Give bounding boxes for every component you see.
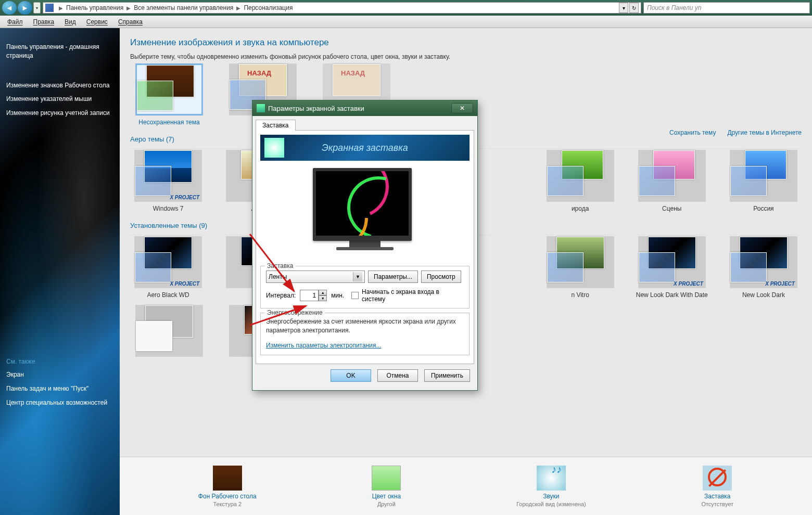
cancel-button[interactable]: Отмена (377, 369, 418, 382)
bottom-bar: Фон Рабочего стола Текстура 2 Цвет окна … (120, 457, 812, 515)
group-label: Заставка (265, 262, 296, 269)
theme-item[interactable]: ирода (542, 150, 618, 212)
screensaver-icon (703, 466, 732, 491)
dialog-title: Параметры экранной заставки (268, 105, 364, 112)
theme-thumb (547, 150, 614, 202)
desktop-bg-icon (213, 466, 242, 491)
theme-item[interactable]: X PROJECT New Look Dark With Date (634, 236, 710, 299)
refresh-button[interactable]: ↻ (629, 3, 639, 13)
address-dropdown[interactable]: ▾ (619, 3, 628, 13)
more-themes-link[interactable]: Другие темы в Интернете (727, 129, 802, 136)
page-title: Изменение изображения и звука на компьют… (130, 37, 802, 48)
chevron-right-icon: ▶ (126, 5, 131, 11)
menubar: Файл Правка Вид Сервис Справка (0, 16, 812, 28)
banner-icon (264, 138, 284, 158)
theme-label: Сцены (634, 205, 710, 212)
params-button[interactable]: Параметры... (368, 271, 418, 283)
theme-thumb: X PROJECT (134, 150, 202, 202)
sidebar: Панель управления - домашняя страница Из… (0, 28, 120, 515)
menu-edit[interactable]: Правка (28, 17, 60, 27)
power-text: Энергосбережение за счет изменения яркос… (266, 317, 464, 335)
spin-up[interactable]: ▲ (319, 290, 327, 295)
close-button[interactable]: ✕ (451, 103, 473, 113)
menu-file[interactable]: Файл (2, 17, 28, 27)
location-icon (45, 4, 54, 12)
theme-item[interactable]: X PROJECT New Look Dark (726, 236, 802, 299)
theme-item-unsaved[interactable]: Несохраненная тема (130, 63, 208, 126)
theme-thumb (135, 305, 203, 357)
sidebar-taskbar[interactable]: Панель задач и меню "Пуск" (6, 384, 113, 393)
screensaver-combo[interactable]: Ленты ▼ (266, 271, 365, 283)
checkbox-label: Начинать с экрана входа в систему (362, 288, 464, 303)
bottom-window-color[interactable]: Цвет окна Другой (372, 466, 401, 507)
bottom-sub: Городской вид (изменена) (516, 501, 586, 507)
breadcrumb-part[interactable]: Персонализация (244, 4, 293, 11)
power-link[interactable]: Изменить параметры электропитания... (266, 342, 381, 349)
bottom-sounds[interactable]: ♪♪ Звуки Городской вид (изменена) (516, 466, 586, 507)
chevron-right-icon: ▶ (236, 5, 240, 11)
address-toolbar: ◄ ► ▾ ▶ Панель управления ▶ Все элементы… (0, 0, 812, 16)
theme-item[interactable] (130, 305, 208, 357)
theme-label: New Look Dark (726, 291, 802, 299)
preview-button[interactable]: Просмотр (421, 271, 461, 283)
monitor-preview (313, 168, 417, 262)
bottom-screensaver[interactable]: Заставка Отсутствует (701, 466, 733, 507)
banner: Экранная заставка (260, 135, 470, 161)
banner-text: Экранная заставка (322, 143, 408, 153)
breadcrumb-bar[interactable]: ▶ Панель управления ▶ Все элементы панел… (43, 2, 641, 14)
interval-input[interactable] (300, 290, 319, 301)
sounds-icon: ♪♪ (537, 466, 566, 491)
sidebar-home[interactable]: Панель управления - домашняя страница (6, 43, 113, 60)
ok-button[interactable]: OK (331, 369, 371, 382)
screensaver-dialog: Параметры экранной заставки ✕ Заставка Э… (252, 100, 478, 391)
theme-item[interactable]: X PROJECT Aero Black WD (130, 236, 206, 299)
interval-label: Интервал: (266, 292, 296, 299)
sidebar-ease-of-access[interactable]: Центр специальных возможностей (6, 398, 113, 407)
theme-label: New Look Dark With Date (634, 291, 710, 299)
apply-button[interactable]: Применить (424, 369, 470, 382)
tab-screensaver: Заставка (256, 120, 296, 131)
sidebar-desktop-icons[interactable]: Изменение значков Рабочего стола (6, 81, 113, 90)
theme-label: Aero Black WD (130, 291, 206, 299)
theme-label: Windows 7 (130, 205, 206, 212)
theme-label: ирода (542, 205, 618, 212)
spin-down[interactable]: ▼ (319, 295, 327, 301)
theme-item[interactable]: Россия (726, 150, 802, 212)
sidebar-mouse-pointers[interactable]: Изменение указателей мыши (6, 95, 113, 104)
sidebar-display[interactable]: Экран (6, 370, 113, 379)
menu-view[interactable]: Вид (59, 17, 81, 27)
menu-help[interactable]: Справка (113, 17, 148, 27)
login-screen-checkbox[interactable] (351, 292, 359, 299)
bottom-desktop-bg[interactable]: Фон Рабочего стола Текстура 2 (198, 466, 257, 507)
dialog-titlebar[interactable]: Параметры экранной заставки ✕ (252, 100, 477, 116)
sidebar-account-picture[interactable]: Изменение рисунка учетной записи (6, 109, 113, 118)
theme-label: Россия (726, 205, 802, 212)
forward-button[interactable]: ► (18, 1, 32, 15)
theme-thumb (730, 150, 797, 202)
bottom-sub: Другой (372, 501, 401, 507)
dialog-icon (257, 104, 265, 112)
chevron-right-icon: ▶ (59, 5, 63, 11)
history-dropdown[interactable]: ▾ (33, 2, 41, 14)
search-placeholder: Поиск в Панели уп (647, 4, 701, 11)
theme-thumb (547, 236, 614, 288)
interval-unit: мин. (331, 292, 344, 299)
combo-value: Ленты (269, 273, 287, 280)
bottom-sub: Отсутствует (701, 501, 733, 507)
save-theme-link[interactable]: Сохранить тему (669, 129, 716, 136)
breadcrumb-part[interactable]: Панель управления (66, 4, 123, 11)
group-label: Энергосбережение (265, 309, 325, 316)
search-input[interactable]: Поиск в Панели уп (643, 2, 810, 14)
bottom-title: Звуки (516, 493, 586, 500)
theme-label: n Vitro (542, 291, 618, 299)
bottom-title: Фон Рабочего стола (198, 493, 257, 500)
theme-item[interactable]: Сцены (634, 150, 710, 212)
breadcrumb-part[interactable]: Все элементы панели управления (134, 4, 233, 11)
theme-thumb (135, 63, 203, 115)
menu-tools[interactable]: Сервис (81, 17, 113, 27)
screensaver-group: Заставка Ленты ▼ Параметры... Просмотр И… (260, 266, 470, 308)
theme-thumb: X PROJECT (134, 236, 202, 288)
back-button[interactable]: ◄ (2, 1, 17, 15)
theme-item[interactable]: X PROJECT Windows 7 (130, 150, 206, 212)
theme-item[interactable]: n Vitro (542, 236, 618, 299)
